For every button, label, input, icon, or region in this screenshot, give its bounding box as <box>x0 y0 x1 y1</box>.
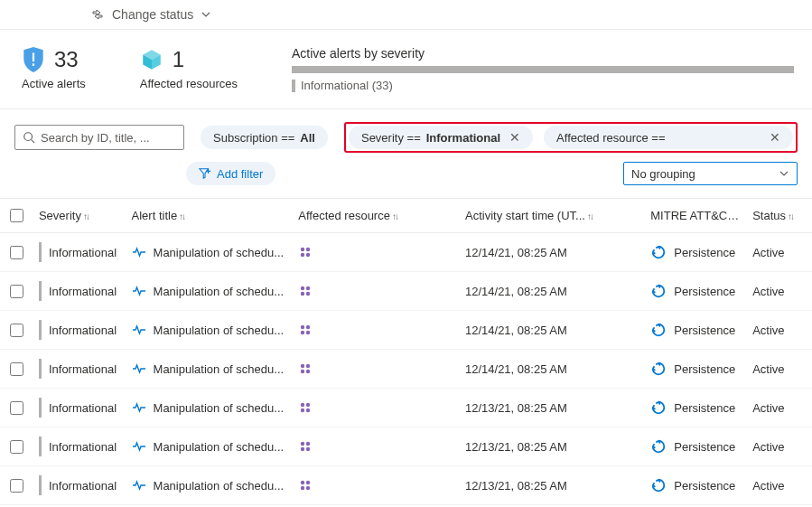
svg-point-17 <box>306 331 310 334</box>
severity-cell: Informational <box>33 272 126 311</box>
affected-resources-label: Affected resources <box>140 77 238 90</box>
filter-row-secondary: Add filter No grouping <box>0 153 812 198</box>
svg-point-14 <box>301 325 304 329</box>
table-row[interactable]: InformationalManipulation of schedu...12… <box>0 272 812 311</box>
column-header-severity[interactable]: Severity↑↓ <box>33 199 126 233</box>
status-cell: Active <box>747 311 812 350</box>
title-cell[interactable]: Manipulation of schedu... <box>126 311 294 350</box>
persistence-icon <box>650 244 667 260</box>
filter-pill-affected-resource[interactable]: Affected resource == ✕ <box>544 126 793 149</box>
title-cell[interactable]: Manipulation of schedu... <box>126 389 294 427</box>
alerts-table: Severity↑↓ Alert title↑↓ Affected resour… <box>0 198 812 505</box>
column-status-label: Status <box>752 209 786 222</box>
resource-cell[interactable] <box>293 389 460 427</box>
table-row[interactable]: InformationalManipulation of schedu...12… <box>0 233 812 272</box>
resource-cell[interactable] <box>293 466 460 505</box>
severity-cell: Informational <box>33 350 126 389</box>
svg-point-22 <box>301 403 304 407</box>
row-checkbox-cell <box>0 427 33 466</box>
svg-point-24 <box>301 408 304 412</box>
severity-cell: Informational <box>33 427 126 466</box>
column-header-mitre[interactable]: MITRE ATT&CK... <box>645 199 747 233</box>
title-cell[interactable]: Manipulation of schedu... <box>126 427 294 466</box>
column-start-time-label: Activity start time (UT... <box>465 209 585 222</box>
severity-indicator <box>39 359 42 379</box>
grouping-dropdown[interactable]: No grouping <box>623 162 798 185</box>
row-checkbox[interactable] <box>10 246 23 259</box>
filter-pill-severity[interactable]: Severity == Informational ✕ <box>349 126 533 149</box>
mitre-text: Persistence <box>674 440 735 454</box>
severity-text: Informational <box>49 479 117 493</box>
column-header-resource[interactable]: Affected resource↑↓ <box>293 199 460 233</box>
persistence-icon <box>650 438 667 455</box>
close-icon[interactable]: ✕ <box>766 131 780 144</box>
row-checkbox[interactable] <box>10 401 23 415</box>
table-row[interactable]: InformationalManipulation of schedu...12… <box>0 350 812 389</box>
resource-cell[interactable] <box>293 233 460 272</box>
filter-subscription-value: All <box>300 131 315 145</box>
change-status-button[interactable]: Change status <box>112 7 193 22</box>
row-checkbox[interactable] <box>10 479 23 493</box>
mitre-cell: Persistence <box>645 466 747 505</box>
svg-point-23 <box>306 403 310 407</box>
row-checkbox[interactable] <box>10 362 23 376</box>
title-cell[interactable]: Manipulation of schedu... <box>126 233 294 272</box>
pulse-icon <box>132 478 146 493</box>
column-header-status[interactable]: Status↑↓ <box>747 199 812 233</box>
chevron-down-icon[interactable] <box>201 9 211 20</box>
severity-indicator <box>39 281 42 301</box>
title-cell[interactable]: Manipulation of schedu... <box>126 272 294 311</box>
row-checkbox-cell <box>0 311 33 350</box>
mitre-cell: Persistence <box>645 311 747 350</box>
title-cell[interactable]: Manipulation of schedu... <box>126 466 294 505</box>
row-checkbox[interactable] <box>10 440 23 454</box>
severity-text: Informational <box>49 401 117 415</box>
row-checkbox-cell <box>0 466 33 505</box>
sort-icon: ↑↓ <box>585 211 593 221</box>
filter-pill-subscription[interactable]: Subscription == All <box>201 126 328 149</box>
add-filter-button[interactable]: Add filter <box>186 162 275 185</box>
start-time-cell: 12/13/21, 08:25 AM <box>460 427 645 466</box>
pulse-icon <box>132 439 146 454</box>
table-row[interactable]: InformationalManipulation of schedu...12… <box>0 311 812 350</box>
search-input[interactable]: Search by ID, title, ... <box>14 125 184 150</box>
column-header-start-time[interactable]: Activity start time (UT...↑↓ <box>460 199 645 233</box>
row-checkbox[interactable] <box>10 324 23 337</box>
column-title-label: Alert title <box>132 209 178 222</box>
svg-rect-0 <box>33 53 34 62</box>
severity-legend: Informational (33) <box>292 79 794 92</box>
row-checkbox[interactable] <box>10 285 23 298</box>
severity-text: Informational <box>49 362 117 376</box>
table-row[interactable]: InformationalManipulation of schedu...12… <box>0 427 812 466</box>
resource-cell[interactable] <box>293 427 460 466</box>
close-icon[interactable]: ✕ <box>506 131 520 144</box>
active-alerts-block: 33 Active alerts <box>22 46 86 90</box>
resource-cell[interactable] <box>293 272 460 311</box>
svg-point-18 <box>301 364 304 368</box>
severity-cell: Informational <box>33 311 126 350</box>
cube-icon <box>140 46 163 73</box>
table-row[interactable]: InformationalManipulation of schedu...12… <box>0 466 812 505</box>
alert-title-text: Manipulation of schedu... <box>154 479 285 493</box>
title-cell[interactable]: Manipulation of schedu... <box>126 350 294 389</box>
active-alerts-count: 33 <box>54 47 79 72</box>
alert-title-text: Manipulation of schedu... <box>154 401 285 415</box>
column-header-title[interactable]: Alert title↑↓ <box>126 199 294 233</box>
resource-cell[interactable] <box>293 311 460 350</box>
status-text: Active <box>752 479 784 493</box>
select-all-checkbox[interactable] <box>10 209 23 222</box>
svg-point-26 <box>301 442 304 446</box>
filter-add-icon <box>199 167 211 180</box>
resource-group-icon <box>298 361 313 376</box>
status-cell: Active <box>747 466 812 505</box>
resource-cell[interactable] <box>293 350 460 389</box>
svg-point-27 <box>306 442 310 446</box>
persistence-icon <box>650 361 667 377</box>
table-row[interactable]: InformationalManipulation of schedu...12… <box>0 389 812 427</box>
svg-point-8 <box>301 253 304 257</box>
mitre-cell: Persistence <box>645 389 747 427</box>
start-time-text: 12/13/21, 08:25 AM <box>465 401 567 415</box>
resource-group-icon <box>298 478 313 493</box>
status-cell: Active <box>747 427 812 466</box>
start-time-text: 12/14/21, 08:25 AM <box>465 246 567 259</box>
